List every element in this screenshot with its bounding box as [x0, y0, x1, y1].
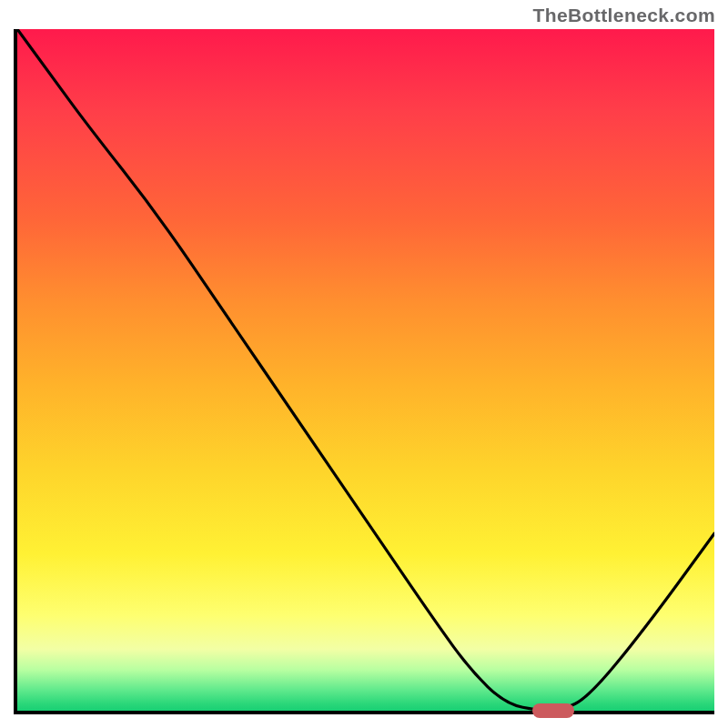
- bottleneck-curve: [17, 29, 714, 711]
- chart-container: TheBottleneck.com: [0, 0, 728, 728]
- attribution-text: TheBottleneck.com: [532, 5, 715, 26]
- optimum-marker: [532, 703, 574, 718]
- plot-area: [14, 29, 714, 714]
